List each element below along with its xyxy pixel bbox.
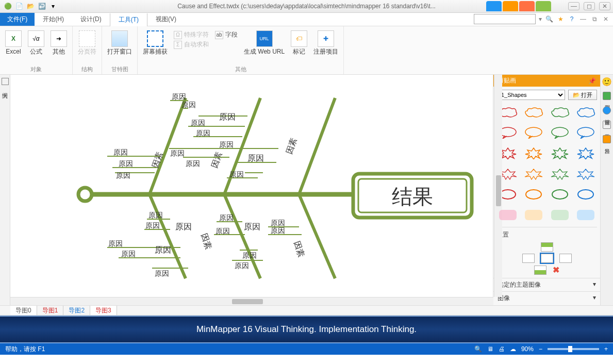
svg-line-6 [299,98,335,194]
dock-note[interactable]: 注释 [603,135,611,144]
shape-ring-blue[interactable] [574,186,597,203]
pos-center[interactable] [541,254,553,263]
doc-tab-2[interactable]: 导图2 [63,306,90,315]
doc-tab-1[interactable]: 导图1 [37,306,64,315]
vertical-scrollbar[interactable] [494,75,502,297]
tab-home[interactable]: 开始(H) [35,13,72,26]
pos-right[interactable] [559,254,572,263]
shape-ring-green[interactable] [549,186,571,203]
screencap-button[interactable]: 屏幕捕获 [143,28,168,64]
shape-burst-blue[interactable] [574,144,597,162]
tab-view[interactable]: 视图(V) [147,13,185,26]
pos-left[interactable] [522,254,535,263]
smiley-icon[interactable]: 🙂 [602,77,612,87]
search-dropdown-icon[interactable]: ▾ [539,15,542,23]
shape-ring-orange[interactable] [522,186,545,203]
minimize-button[interactable]: — [568,2,579,10]
shape-smudge-green[interactable] [549,206,571,224]
shape-smudge-orange[interactable] [522,206,545,224]
file-menu[interactable]: 文件(F) [0,13,35,26]
svg-text:原因: 原因 [148,211,163,219]
weburl-button[interactable]: URL生成 Web URL [244,28,285,64]
canvas[interactable]: 结果 因素 因素 因素 因素 因素 原因 原因 原因 [10,75,493,305]
qat-new-icon[interactable]: 📄 [14,2,24,11]
green-tab-icon[interactable] [536,1,551,11]
shape-select[interactable]: 1_Shapes [496,90,565,100]
other-button[interactable]: ➜其他 [51,28,67,64]
doc-close-icon[interactable]: ✕ [602,15,610,23]
horizontal-scrollbar[interactable] [10,297,493,305]
doc-tab-3[interactable]: 导图3 [90,306,117,315]
position-label: 位置 [496,227,597,239]
ribbon: XExcel √α公式 ➜其他 对象 分页符 结构 打开窗口 甘特图 屏幕捕获 … [0,26,613,75]
print-icon[interactable]: 🖨 [499,345,505,353]
dock-attachment[interactable]: 附件 [603,121,611,130]
excel-button[interactable]: XExcel [5,28,22,64]
shape-spike-blue[interactable] [574,165,597,183]
qat-dropdown-icon[interactable]: ▾ [48,2,58,11]
image-row[interactable]: 图像▾ [493,291,600,305]
shape-cloud-blue[interactable] [574,103,597,121]
mark-button[interactable]: 🏷标记 [291,28,307,64]
chevron-down-icon: ▾ [593,280,596,289]
close-button[interactable]: ✕ [599,2,610,10]
panel-header: 剪贴画 📌 [493,75,600,87]
doc-restore-icon[interactable]: ⧉ [590,15,599,23]
search-icon[interactable]: 🔍 [545,15,553,23]
shape-speech-blue[interactable] [574,124,597,141]
outline-icon[interactable] [2,78,9,85]
color-tabs [486,1,551,11]
doc-tab-0[interactable]: 导图0 [10,306,37,315]
red-tab-icon[interactable] [519,1,535,11]
orange-tab-icon[interactable] [503,1,518,11]
openwindow-button[interactable]: 打开窗口 [107,28,132,64]
svg-marker-73 [552,148,568,159]
outline-tab[interactable]: 大纲 [0,86,10,90]
doc-minimize-icon[interactable]: — [579,15,587,23]
qat-open-icon[interactable]: 📂 [26,2,35,11]
dock-legend[interactable]: 图例 [603,92,611,101]
cloud-icon[interactable]: ☁ [510,345,516,353]
zoom-slider[interactable] [548,348,599,350]
open-button[interactable]: 📂打开 [568,90,597,100]
shape-burst-green[interactable] [549,144,571,162]
zoom-in-icon[interactable]: + [604,345,608,353]
register-button[interactable]: ✚注册项目 [313,28,338,64]
shape-smudge-blue[interactable] [574,206,597,224]
qat-undo-icon[interactable]: ↩️ [37,2,46,11]
pin-icon[interactable]: 📌 [588,77,596,85]
pos-bottom[interactable] [534,266,546,275]
pos-top[interactable] [541,242,553,252]
help-icon[interactable]: ? [568,15,576,23]
shape-speech-orange[interactable] [522,124,545,141]
tab-tools[interactable]: 工具(T) [110,13,147,26]
search-input[interactable] [474,14,536,24]
selected-image-row[interactable]: 选定的主题图像▾ [493,278,600,291]
svg-text:原因: 原因 [271,227,285,235]
shape-spike-orange[interactable] [522,165,545,183]
dock-hyperlink[interactable]: 超链接 [603,106,611,115]
svg-text:原因: 原因 [191,119,205,127]
svg-text:原因: 原因 [235,262,249,270]
svg-text:原因: 原因 [113,148,128,156]
blue-tab-icon[interactable] [486,1,502,11]
zoom-fit-icon[interactable]: 🔍 [474,345,482,353]
shape-spike-green[interactable] [549,165,571,183]
field-item[interactable]: ab字段 [215,30,238,39]
formula-button[interactable]: √α公式 [28,28,44,64]
zoom-out-icon[interactable]: − [539,345,542,353]
svg-line-4 [150,98,186,194]
star-icon[interactable]: ★ [556,15,565,23]
shape-speech-green[interactable] [549,124,571,141]
svg-text:原因: 原因 [247,154,264,162]
app-icon[interactable]: 🟢 [3,2,12,11]
presentation-icon[interactable]: 🖥 [487,345,493,353]
delete-icon[interactable]: ✖ [553,265,559,275]
svg-point-1 [78,188,92,201]
shape-cloud-green[interactable] [549,103,571,121]
shape-burst-orange[interactable] [522,144,545,162]
shape-cloud-orange[interactable] [522,103,545,121]
maximize-button[interactable]: ◻ [584,2,595,10]
tab-design[interactable]: 设计(D) [72,13,110,26]
zoom-percent[interactable]: 90% [521,345,534,353]
